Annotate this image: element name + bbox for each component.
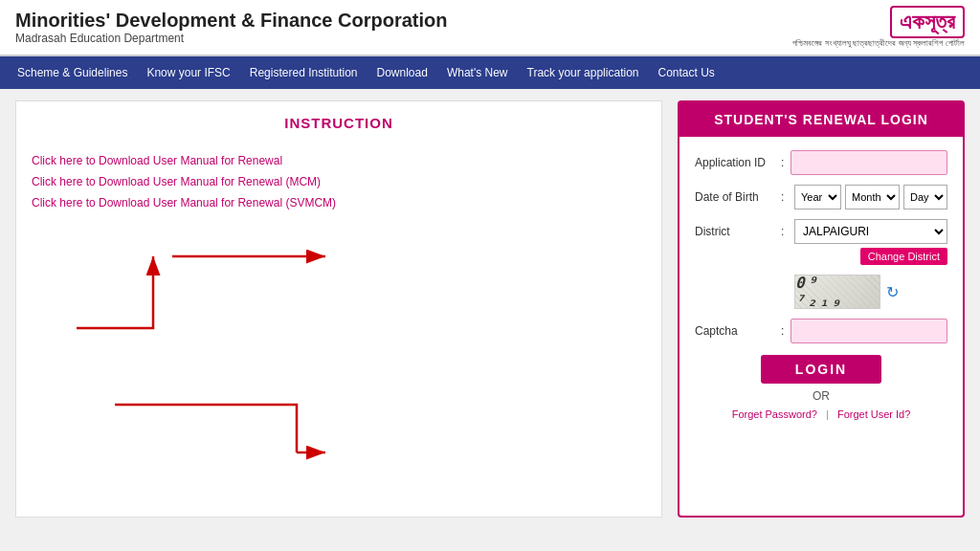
site-title: Minorities' Development & Finance Corpor… xyxy=(15,10,447,32)
nav-registered-institution[interactable]: Registered Institution xyxy=(240,56,368,89)
district-label: District xyxy=(695,225,781,238)
navigation: Scheme & Guidelines Know your IFSC Regis… xyxy=(0,56,980,89)
instruction-title: INSTRUCTION xyxy=(16,101,661,144)
login-btn-row: LOGIN xyxy=(695,355,947,384)
district-row: District : JALPAIGURI xyxy=(695,219,947,244)
logo-subtitle: পশ্চিমবঙ্গের সংখ্যালঘু ছাত্রছাত্রীদের জন… xyxy=(792,38,965,49)
nav-know-ifsc[interactable]: Know your IFSC xyxy=(137,56,239,89)
login-panel: STUDENT'S RENEWAL LOGIN Application ID :… xyxy=(678,100,965,518)
instruction-link-1[interactable]: Click here to Download User Manual for R… xyxy=(32,154,646,167)
dob-label: Date of Birth xyxy=(695,190,781,204)
captcha-label: Captcha xyxy=(695,324,781,338)
nav-track-application[interactable]: Track your application xyxy=(518,56,649,89)
captcha-input-row: Captcha : xyxy=(695,319,947,343)
nav-contact-us[interactable]: Contact Us xyxy=(648,56,724,89)
year-select[interactable]: Year xyxy=(794,185,841,209)
header-left: Minorities' Development & Finance Corpor… xyxy=(15,10,447,45)
site-subtitle: Madrasah Education Department xyxy=(15,32,447,45)
nav-scheme-guidelines[interactable]: Scheme & Guidelines xyxy=(8,56,137,89)
header: Minorities' Development & Finance Corpor… xyxy=(0,0,980,56)
or-text: OR xyxy=(695,389,947,403)
login-body: Application ID : Date of Birth : Year Mo… xyxy=(679,137,963,433)
application-id-label: Application ID xyxy=(695,156,781,169)
day-select[interactable]: Day xyxy=(903,185,947,209)
instruction-link-2[interactable]: Click here to Download User Manual for R… xyxy=(32,175,646,188)
nav-download[interactable]: Download xyxy=(368,56,437,89)
change-district-button[interactable]: Change District xyxy=(860,248,947,265)
application-id-row: Application ID : xyxy=(695,150,947,175)
month-select[interactable]: Month xyxy=(845,185,900,209)
forget-password-link[interactable]: Forget Password? xyxy=(732,408,817,420)
header-right: একসূত্র পশ্চিমবঙ্গের সংখ্যালঘু ছাত্রছাত্… xyxy=(792,6,965,49)
instruction-link-3[interactable]: Click here to Download User Manual for R… xyxy=(32,196,646,209)
captcha-image: 0⁹ ⁷₂₁₉ xyxy=(794,275,880,309)
login-title: STUDENT'S RENEWAL LOGIN xyxy=(679,102,963,137)
nav-whats-new[interactable]: What's New xyxy=(437,56,518,89)
instruction-panel: INSTRUCTION Click here to Download User … xyxy=(15,100,662,518)
forgot-links: Forget Password? | Forget User Id? xyxy=(695,408,947,420)
logo: একসূত্র xyxy=(890,6,965,38)
captcha-image-row: : 0⁹ ⁷₂₁₉ ↻ xyxy=(695,275,947,309)
date-selects: Year Month Day xyxy=(794,185,947,209)
district-select[interactable]: JALPAIGURI xyxy=(794,219,947,244)
application-id-input[interactable] xyxy=(791,150,947,175)
refresh-captcha-icon[interactable]: ↻ xyxy=(886,283,899,301)
dob-row: Date of Birth : Year Month Day xyxy=(695,185,947,209)
instruction-links: Click here to Download User Manual for R… xyxy=(16,144,661,219)
login-button[interactable]: LOGIN xyxy=(761,355,881,384)
change-district-container: Change District xyxy=(695,248,947,265)
captcha-input[interactable] xyxy=(791,319,947,343)
main-content: INSTRUCTION Click here to Download User … xyxy=(0,89,980,529)
forget-user-link[interactable]: Forget User Id? xyxy=(837,408,910,420)
